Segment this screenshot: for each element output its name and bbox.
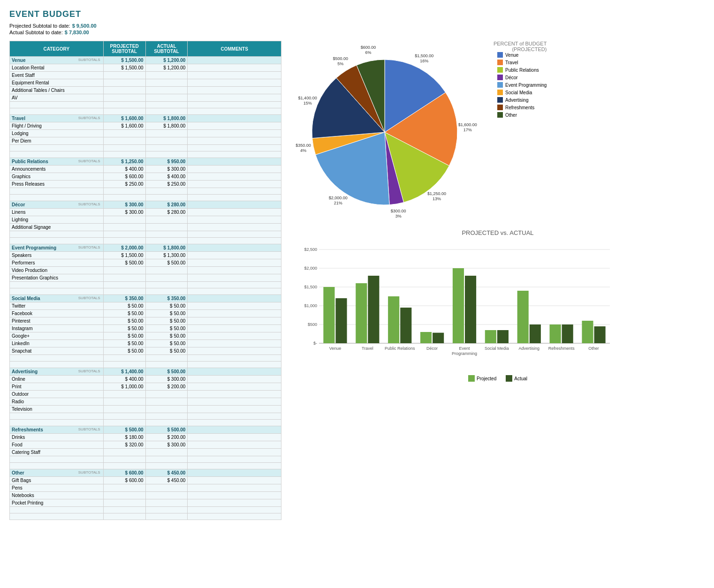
svg-text:$350.00: $350.00 [296,143,311,148]
table-row: Video Production [10,267,281,274]
table-row: Print $ 1,000.00 $ 200.00 [10,383,281,391]
blank-row [10,420,281,426]
svg-rect-31 [323,287,334,343]
svg-text:Venue: Venue [329,346,342,351]
svg-text:$1,600.00: $1,600.00 [458,122,477,127]
table-row: Catering Staff [10,449,281,456]
table-row: Lighting [10,216,281,224]
svg-text:13%: 13% [433,196,441,201]
svg-text:17%: 17% [463,128,472,132]
proj-legend-color [468,375,475,382]
table-row: Outdoor [10,391,281,398]
table-row: Other SUBTOTALS $ 600.00 $ 450.00 [10,469,281,477]
blank-row [10,355,281,362]
legend-item: Event Programming [497,82,547,88]
svg-text:$1,250.00: $1,250.00 [427,191,446,196]
pie-chart: $1,500.0016%$1,600.0017%$1,250.0013%$300… [291,41,488,219]
svg-rect-48 [497,330,509,343]
table-row: Equipment Rental [10,79,281,87]
blank-row [10,507,281,513]
svg-rect-54 [562,324,573,343]
svg-text:$2,000.00: $2,000.00 [329,196,348,200]
table-row: Travel SUBTOTALS $ 1,600.00 $ 1,800.00 [10,115,281,122]
table-row: Announcements $ 400.00 $ 300.00 [10,166,281,173]
blank-row [10,102,281,108]
table-row: Public Relations SUBTOTALS $ 1,250.00 $ … [10,158,281,166]
svg-rect-43 [453,268,464,343]
table-row: Television [10,406,281,413]
svg-rect-34 [356,283,367,343]
svg-text:$1,500.00: $1,500.00 [415,53,433,58]
table-row: Online $ 400.00 $ 300.00 [10,376,281,383]
table-row: Flight / Driving $ 1,600.00 $ 1,800.00 [10,122,281,130]
svg-text:$500.00: $500.00 [333,56,348,61]
svg-text:$500: $500 [308,322,317,327]
svg-text:21%: 21% [334,201,342,205]
table-row: Décor SUBTOTALS $ 300.00 $ 280.00 [10,201,281,209]
legend-item: Other [497,112,547,118]
table-row: Presentation Graphics [10,274,281,282]
svg-rect-38 [400,308,411,343]
legend-item: Advertising [497,97,547,103]
svg-text:$2,500: $2,500 [304,247,317,252]
table-row: Performers $ 500.00 $ 500.00 [10,259,281,267]
svg-text:$1,000: $1,000 [304,303,317,308]
legend-item: Travel [497,60,547,65]
bar-chart: $-$500$1,000$1,500$2,000$2,500VenueTrave… [291,240,619,371]
table-row: Twitter $ 50.00 $ 50.00 [10,302,281,310]
table-row: Gift Bags $ 600.00 $ 450.00 [10,477,281,484]
svg-text:Décor: Décor [426,346,438,351]
svg-text:Travel: Travel [362,346,373,351]
table-row: Pocket Printing [10,499,281,507]
table-row: Snapchat $ 50.00 $ 50.00 [10,347,281,355]
table-row: Additional Signage [10,224,281,231]
svg-rect-53 [550,324,561,343]
svg-text:$1,500: $1,500 [304,285,317,289]
table-row: Facebook $ 50.00 $ 50.00 [10,310,281,317]
svg-rect-37 [388,296,399,343]
svg-text:Advertising: Advertising [519,346,540,351]
page-title: EVENT BUDGET [9,9,705,19]
table-row: Lodging [10,130,281,137]
col-comments: COMMENTS [188,41,281,57]
col-projected: PROJECTEDSUBTOTAL [103,41,145,57]
svg-text:Programming: Programming [452,351,477,356]
table-row: Per Diem [10,137,281,145]
bar-legend: Projected Actual [291,375,705,382]
svg-rect-44 [465,276,476,343]
pie-section: $1,500.0016%$1,600.0017%$1,250.0013%$300… [291,41,705,220]
legend-item: Venue [497,52,547,58]
svg-rect-56 [582,321,593,343]
blank-row [10,151,281,158]
blank-row [10,513,281,520]
svg-rect-40 [420,332,432,343]
table-row: Notebooks [10,492,281,499]
blank-row [10,413,281,420]
spreadsheet: CATEGORY PROJECTEDSUBTOTAL ACTUALSUBTOTA… [9,41,281,520]
svg-rect-51 [530,324,541,343]
svg-text:3%: 3% [395,214,402,219]
act-legend-color [506,375,512,382]
svg-text:15%: 15% [304,101,312,106]
svg-rect-50 [517,291,529,343]
table-row: Press Releases $ 250.00 $ 250.00 [10,181,281,188]
budget-table: CATEGORY PROJECTEDSUBTOTAL ACTUALSUBTOTA… [9,41,281,520]
blank-row [10,282,281,288]
svg-text:Social Media: Social Media [485,346,509,351]
svg-text:Refreshments: Refreshments [548,346,575,351]
svg-text:6%: 6% [365,50,372,55]
svg-text:$300.00: $300.00 [391,209,406,213]
blank-row [10,288,281,295]
svg-text:Other: Other [588,346,599,351]
pie-legend: VenueTravelPublic RelationsDécorEvent Pr… [497,52,547,118]
blank-row [10,362,281,368]
table-row: Radio [10,398,281,406]
blank-row [10,238,281,244]
projected-subtotal-row: Projected Subtotal to date: $ 9,500.00 [9,23,705,29]
legend-item: Public Relations [497,67,547,73]
blank-row [10,231,281,238]
table-row: Event Programming SUBTOTALS $ 2,000.00 $… [10,244,281,252]
bar-chart-section: PROJECTED vs. ACTUAL $-$500$1,000$1,500$… [291,229,705,382]
table-row: Graphics $ 600.00 $ 400.00 [10,173,281,181]
table-row: Additional Tables / Chairs [10,87,281,94]
